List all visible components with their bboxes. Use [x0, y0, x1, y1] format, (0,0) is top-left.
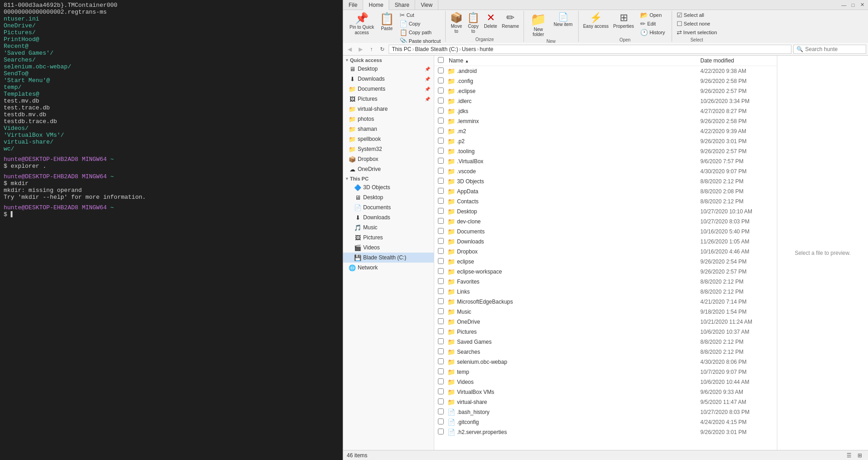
nav-item-documents-pc[interactable]: 📄 Documents: [343, 202, 434, 212]
nav-item-desktop-pc[interactable]: 🖥 Desktop: [343, 192, 434, 202]
nav-item-photos[interactable]: 📁 photos: [343, 114, 434, 124]
address-path[interactable]: This PC › Blade Stealth (C:) › Users › h…: [389, 45, 791, 54]
open-button[interactable]: 📂 Open: [638, 11, 667, 19]
row-checkbox[interactable]: [438, 368, 447, 376]
details-view-button[interactable]: ☰: [844, 451, 853, 460]
nav-item-documents[interactable]: 📁 Documents 📌: [343, 84, 434, 94]
pin-button[interactable]: 📌 Pin to Quickaccess: [348, 11, 376, 36]
name-column-header[interactable]: Name ▲: [447, 57, 700, 65]
path-hunte[interactable]: hunte: [480, 46, 493, 52]
nav-item-spellbook[interactable]: 📁 spellbook: [343, 134, 434, 144]
file-row[interactable]: 📁 VirtualBox VMs 9/6/2020 9:33 AM: [434, 387, 777, 397]
nav-item-downloads[interactable]: ⬇ Downloads 📌: [343, 74, 434, 84]
easy-access-button[interactable]: ⚡ Easy access: [581, 11, 611, 30]
row-checkbox[interactable]: [438, 408, 447, 416]
file-row[interactable]: 📁 Pictures 10/6/2020 10:37 AM: [434, 327, 777, 337]
file-row[interactable]: 📁 .idlerc 10/26/2020 3:34 PM: [434, 96, 777, 106]
nav-item-desktop[interactable]: 🖥 Desktop 📌: [343, 64, 434, 74]
copy-button[interactable]: 📄 Copy: [398, 20, 442, 28]
new-folder-button[interactable]: 📁 Newfolder: [527, 11, 550, 38]
nav-item-3d-objects[interactable]: 🔷 3D Objects: [343, 182, 434, 192]
row-checkbox[interactable]: [438, 88, 447, 95]
row-checkbox[interactable]: [438, 308, 447, 315]
file-row[interactable]: 📁 Links 8/8/2020 2:12 PM: [434, 287, 777, 297]
path-this-pc[interactable]: This PC: [392, 46, 411, 52]
file-row[interactable]: 📁 .eclipse 9/26/2020 2:57 PM: [434, 86, 777, 96]
row-checkbox[interactable]: [438, 238, 447, 245]
file-row[interactable]: 📁 Saved Games 8/8/2020 2:12 PM: [434, 337, 777, 347]
file-row[interactable]: 📁 Searches 8/8/2020 2:12 PM: [434, 347, 777, 357]
file-row[interactable]: 📁 .vscode 4/30/2020 9:07 PM: [434, 166, 777, 176]
tab-share[interactable]: Share: [389, 0, 415, 10]
file-row[interactable]: 📁 .VirtualBox 9/6/2020 7:57 PM: [434, 156, 777, 166]
nav-item-music[interactable]: 🎵 Music: [343, 222, 434, 233]
row-checkbox[interactable]: [438, 398, 447, 406]
row-checkbox[interactable]: [438, 158, 447, 165]
file-row[interactable]: 📁 Contacts 8/8/2020 2:12 PM: [434, 196, 777, 207]
row-checkbox[interactable]: [438, 67, 447, 75]
copy-to-button[interactable]: 📋 Copyto: [465, 11, 481, 35]
row-checkbox[interactable]: [438, 258, 447, 265]
nav-item-system32[interactable]: 📁 System32: [343, 144, 434, 154]
refresh-button[interactable]: ↻: [378, 45, 387, 54]
row-checkbox[interactable]: [438, 338, 447, 346]
file-row[interactable]: 📁 temp 10/7/2020 9:07 PM: [434, 367, 777, 377]
tab-home[interactable]: Home: [363, 0, 389, 10]
back-button[interactable]: ◀: [345, 45, 354, 54]
file-row[interactable]: 📁 dev-clone 10/27/2020 8:03 PM: [434, 217, 777, 227]
paste-button[interactable]: 📋 Paste: [377, 11, 397, 32]
file-row[interactable]: 📁 .lemminx 9/26/2020 2:58 PM: [434, 116, 777, 126]
header-checkbox[interactable]: [438, 57, 447, 64]
file-row[interactable]: 📁 Music 9/18/2020 1:54 PM: [434, 307, 777, 317]
nav-item-blade[interactable]: 💾 Blade Stealth (C:): [343, 253, 434, 263]
file-row[interactable]: 📁 eclipse-workspace 9/26/2020 2:57 PM: [434, 267, 777, 277]
file-row[interactable]: 📄 .bash_history 10/27/2020 8:03 PM: [434, 407, 777, 417]
file-row[interactable]: 📁 .jdks 4/27/2020 8:27 PM: [434, 106, 777, 116]
row-checkbox[interactable]: [438, 108, 447, 115]
tab-file[interactable]: File: [343, 0, 363, 10]
row-checkbox[interactable]: [438, 98, 447, 105]
row-checkbox[interactable]: [438, 178, 447, 185]
file-row[interactable]: 📁 Favorites 8/8/2020 2:12 PM: [434, 277, 777, 287]
row-checkbox[interactable]: [438, 248, 447, 255]
row-checkbox[interactable]: [438, 168, 447, 175]
row-checkbox[interactable]: [438, 268, 447, 275]
row-checkbox[interactable]: [438, 138, 447, 145]
tiles-view-button[interactable]: ⊞: [855, 451, 864, 460]
file-row[interactable]: 📁 AppData 8/8/2020 2:08 PM: [434, 186, 777, 196]
row-checkbox[interactable]: [438, 348, 447, 356]
path-users[interactable]: Users: [462, 46, 476, 52]
row-checkbox[interactable]: [438, 298, 447, 305]
row-checkbox[interactable]: [438, 288, 447, 295]
date-column-header[interactable]: Date modified: [700, 57, 773, 64]
nav-item-onedrive[interactable]: ☁ OneDrive: [343, 164, 434, 174]
row-checkbox[interactable]: [438, 278, 447, 285]
row-checkbox[interactable]: [438, 198, 447, 205]
move-to-button[interactable]: 📦 Moveto: [448, 11, 464, 35]
file-row[interactable]: 📁 .android 4/22/2020 9:38 AM: [434, 66, 777, 76]
row-checkbox[interactable]: [438, 358, 447, 366]
row-checkbox[interactable]: [438, 188, 447, 195]
nav-item-shaman[interactable]: 📁 shaman: [343, 124, 434, 134]
minimize-button[interactable]: —: [840, 1, 848, 9]
file-row[interactable]: 📁 selenium.obc-webap 4/30/2020 8:06 PM: [434, 357, 777, 367]
edit-button[interactable]: ✏ Edit: [638, 20, 667, 28]
row-checkbox[interactable]: [438, 328, 447, 336]
quick-access-header[interactable]: ▼ Quick access: [343, 56, 434, 64]
select-none-button[interactable]: ☐ Select none: [675, 20, 719, 28]
file-row[interactable]: 📁 .tooling 9/26/2020 2:57 PM: [434, 146, 777, 156]
this-pc-header[interactable]: ▼ This PC: [343, 174, 434, 182]
nav-item-network[interactable]: 🌐 Network: [343, 263, 434, 273]
row-checkbox[interactable]: [438, 148, 447, 155]
path-blade[interactable]: Blade Stealth (C:): [415, 46, 458, 52]
file-row[interactable]: 📄 .gitconfig 4/24/2020 4:15 PM: [434, 417, 777, 427]
row-checkbox[interactable]: [438, 78, 447, 85]
select-all-button[interactable]: ☑ Select all: [675, 11, 719, 19]
new-item-button[interactable]: 📄 New item: [551, 11, 575, 28]
row-checkbox[interactable]: [438, 118, 447, 125]
file-row[interactable]: 📁 Desktop 10/27/2020 10:10 AM: [434, 207, 777, 217]
forward-button[interactable]: ▶: [356, 45, 365, 54]
file-row[interactable]: 📁 Downloads 11/26/2020 1:05 AM: [434, 237, 777, 247]
row-checkbox[interactable]: [438, 318, 447, 326]
nav-item-videos[interactable]: 🎬 Videos: [343, 243, 434, 253]
